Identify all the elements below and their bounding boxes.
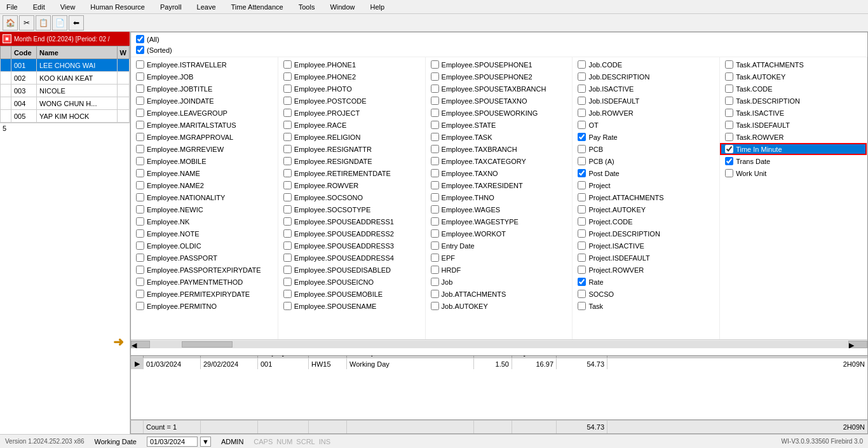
filter-item-0-4[interactable]: Employee.LEAVEGROUP (131, 107, 278, 119)
filter-checkbox-2-7[interactable] (431, 145, 439, 153)
filter-item-1-10[interactable]: Employee.ROWVER (278, 179, 425, 191)
home-button[interactable]: 🏠 (3, 15, 18, 31)
filter-item-3-8[interactable]: PCB (A) (573, 155, 719, 167)
filter-checkbox-1-19[interactable] (283, 290, 292, 298)
filter-item-4-8[interactable]: Trans Date (720, 155, 867, 167)
filter-item-1-5[interactable]: Employee.RACE (278, 119, 425, 131)
filter-checkbox-3-9[interactable] (578, 169, 586, 177)
filter-checkbox-2-12[interactable] (431, 205, 439, 214)
filter-checkbox-1-10[interactable] (283, 181, 292, 189)
filter-checkbox-3-10[interactable] (578, 181, 586, 189)
filter-checkbox-0-8[interactable] (136, 157, 144, 165)
filter-all-row[interactable]: (All) (136, 34, 862, 44)
menu-window[interactable]: Window (326, 2, 358, 12)
filter-item-0-1[interactable]: Employee.JOB (131, 71, 278, 83)
filter-checkbox-1-1[interactable] (283, 72, 292, 81)
filter-checkbox-3-4[interactable] (578, 109, 586, 117)
filter-item-3-3[interactable]: Job.ISDEFAULT (573, 95, 719, 107)
employee-row[interactable]: 005 YAP KIM HOCK (1, 110, 130, 123)
filter-item-1-16[interactable]: Employee.SPOUSEADDRESS4 (278, 252, 425, 264)
filter-item-1-0[interactable]: Employee.PHONE1 (278, 58, 425, 71)
filter-item-3-14[interactable]: Project.DESCRIPTION (573, 227, 719, 240)
scroll-right-btn[interactable]: ▶ (848, 341, 867, 348)
menu-view[interactable]: View (57, 2, 79, 12)
filter-item-1-12[interactable]: Employee.SOCSOTYPE (278, 203, 425, 215)
filter-checkbox-2-4[interactable] (431, 109, 439, 117)
filter-item-4-7[interactable]: Time In Minute (720, 143, 867, 155)
filter-item-1-7[interactable]: Employee.RESIGNATTR (278, 143, 425, 155)
filter-item-2-20[interactable]: Job.AUTOKEY (426, 300, 573, 312)
filter-checkbox-2-1[interactable] (431, 72, 439, 81)
filter-checkbox-1-17[interactable] (283, 266, 292, 274)
filter-checkbox-4-3[interactable] (725, 97, 733, 105)
filter-checkbox-2-20[interactable] (431, 302, 439, 310)
filter-checkbox-4-2[interactable] (725, 85, 733, 93)
filter-item-2-6[interactable]: Employee.TASK (426, 131, 573, 143)
filter-checkbox-3-19[interactable] (578, 290, 586, 298)
filter-item-4-3[interactable]: Task.DESCRIPTION (720, 95, 867, 107)
filter-checkbox-1-20[interactable] (283, 302, 292, 310)
filter-item-2-1[interactable]: Employee.SPOUSEPHONE2 (426, 71, 573, 83)
date-dropdown-button[interactable]: ▼ (200, 437, 211, 447)
filter-checkbox-1-3[interactable] (283, 97, 292, 105)
menu-leave[interactable]: Leave (193, 2, 220, 12)
filter-item-1-4[interactable]: Employee.PROJECT (278, 107, 425, 119)
filter-item-3-13[interactable]: Project.CODE (573, 215, 719, 227)
filter-checkbox-3-17[interactable] (578, 266, 586, 274)
filter-item-0-18[interactable]: Employee.PAYMENTMETHOD (131, 276, 278, 288)
filter-checkbox-4-9[interactable] (725, 169, 733, 177)
filter-item-2-5[interactable]: Employee.STATE (426, 119, 573, 131)
filter-item-0-16[interactable]: Employee.PASSPORT (131, 252, 278, 264)
filter-item-2-3[interactable]: Employee.SPOUSETAXNO (426, 95, 573, 107)
filter-checkbox-3-1[interactable] (578, 72, 586, 81)
filter-item-0-13[interactable]: Employee.NK (131, 215, 278, 227)
menu-file[interactable]: File (3, 2, 22, 12)
filter-checkbox-3-2[interactable] (578, 85, 586, 93)
filter-checkbox-0-13[interactable] (136, 217, 144, 226)
filter-checkbox-0-20[interactable] (136, 302, 144, 310)
filter-item-2-8[interactable]: Employee.TAXCATEGORY (426, 155, 573, 167)
filter-item-0-12[interactable]: Employee.NEWIC (131, 203, 278, 215)
scroll-thumb[interactable] (182, 341, 233, 348)
filter-checkbox-2-3[interactable] (431, 97, 439, 105)
filter-checkbox-1-16[interactable] (283, 254, 292, 262)
filter-checkbox-1-11[interactable] (283, 193, 292, 201)
filter-item-3-17[interactable]: Project.ROWVER (573, 264, 719, 276)
filter-item-0-14[interactable]: Employee.NOTE (131, 227, 278, 240)
filter-checkbox-4-6[interactable] (725, 133, 733, 141)
filter-item-1-2[interactable]: Employee.PHOTO (278, 83, 425, 95)
filter-item-3-9[interactable]: Post Date (573, 167, 719, 179)
filter-item-3-0[interactable]: Job.CODE (573, 58, 719, 71)
filter-checkbox-1-2[interactable] (283, 85, 292, 93)
menu-tools[interactable]: Tools (295, 2, 319, 12)
filter-item-4-9[interactable]: Work Unit (720, 167, 867, 179)
filter-checkbox-2-0[interactable] (431, 60, 439, 69)
filter-item-2-9[interactable]: Employee.TAXNO (426, 167, 573, 179)
filter-item-3-12[interactable]: Project.AUTOKEY (573, 203, 719, 215)
filter-item-3-18[interactable]: Rate (573, 276, 719, 288)
filter-item-3-6[interactable]: Pay Rate (573, 131, 719, 143)
filter-item-1-17[interactable]: Employee.SPOUSEDISABLED (278, 264, 425, 276)
filter-item-2-14[interactable]: Employee.WORKOT (426, 227, 573, 240)
filter-item-0-19[interactable]: Employee.PERMITEXPIRYDATE (131, 288, 278, 300)
filter-item-0-6[interactable]: Employee.MGRAPPROVAL (131, 131, 278, 143)
filter-checkbox-3-7[interactable] (578, 145, 586, 153)
filter-checkbox-3-16[interactable] (578, 254, 586, 262)
filter-item-2-18[interactable]: Job (426, 276, 573, 288)
filter-item-0-9[interactable]: Employee.NAME (131, 167, 278, 179)
filter-checkbox-1-12[interactable] (283, 205, 292, 214)
filter-checkbox-0-17[interactable] (136, 266, 144, 274)
scroll-left-btn[interactable]: ◀ (131, 341, 150, 348)
filter-item-2-0[interactable]: Employee.SPOUSEPHONE1 (426, 58, 573, 71)
filter-item-3-16[interactable]: Project.ISDEFAULT (573, 252, 719, 264)
filter-checkbox-3-5[interactable] (578, 121, 586, 129)
filter-item-2-7[interactable]: Employee.TAXBRANCH (426, 143, 573, 155)
filter-checkbox-0-3[interactable] (136, 97, 144, 105)
filter-item-1-3[interactable]: Employee.POSTCODE (278, 95, 425, 107)
filter-item-0-20[interactable]: Employee.PERMITNO (131, 300, 278, 312)
filter-item-3-4[interactable]: Job.ROWVER (573, 107, 719, 119)
filter-checkbox-4-7[interactable] (725, 145, 733, 153)
filter-checkbox-0-10[interactable] (136, 181, 144, 189)
filter-all-checkbox[interactable] (136, 35, 144, 43)
filter-item-0-3[interactable]: Employee.JOINDATE (131, 95, 278, 107)
